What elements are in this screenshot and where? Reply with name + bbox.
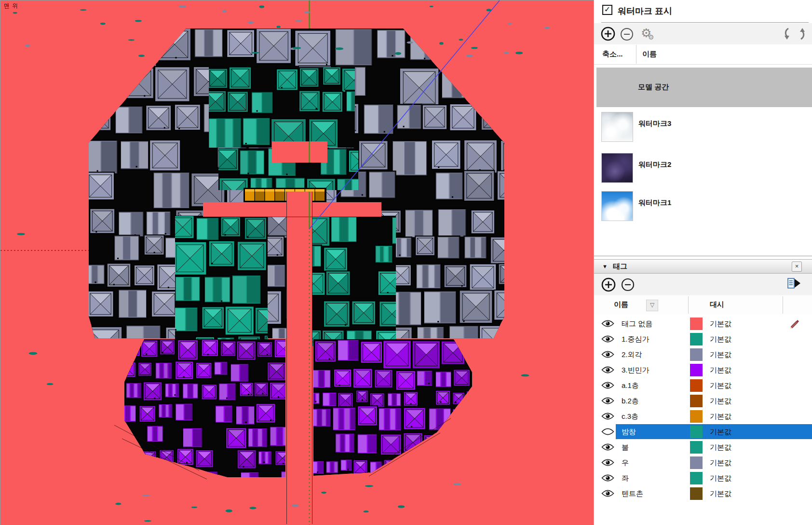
tag-row[interactable]: b.2층기본값	[594, 393, 812, 409]
watermark-col-thumbnail: 축소...	[602, 50, 623, 59]
tag-name: 태그 없음	[622, 319, 652, 329]
watermark-show-label: 워터마크 표시	[618, 5, 672, 17]
tag-name: 우	[622, 458, 629, 468]
tag-details-panel-icon[interactable]	[787, 277, 801, 290]
tag-color-swatch[interactable]	[690, 426, 703, 438]
eye-visible-icon[interactable]	[601, 350, 614, 359]
eye-visible-icon[interactable]	[601, 381, 614, 389]
eye-visible-icon[interactable]	[601, 458, 614, 467]
tag-row[interactable]: 3.빈민가기본값	[594, 362, 812, 378]
eye-visible-icon[interactable]	[601, 319, 614, 328]
watermark-name: 워터마크3	[638, 119, 671, 128]
tag-name: 불	[622, 443, 629, 452]
tag-dash-value: 기본값	[710, 443, 731, 452]
tag-name: 1.중심가	[622, 335, 650, 344]
tag-row[interactable]: 태그 없음기본값	[594, 316, 812, 332]
eye-visible-icon[interactable]	[601, 412, 614, 420]
tag-color-swatch[interactable]	[690, 364, 703, 376]
sort-direction-icon[interactable]: ▽	[646, 300, 658, 311]
tag-row[interactable]: 우기본값	[594, 455, 812, 470]
tag-color-swatch[interactable]	[690, 472, 703, 484]
eye-visible-icon[interactable]	[601, 474, 614, 482]
tag-color-swatch[interactable]	[690, 348, 703, 361]
tag-dash-value: 기본값	[710, 397, 731, 406]
tag-row[interactable]: c.3층기본값	[594, 409, 812, 424]
close-icon: ×	[795, 262, 799, 270]
tag-name: a.1층	[622, 381, 639, 390]
check-icon: ✓	[604, 5, 610, 14]
tag-dash-value: 기본값	[710, 366, 731, 375]
tag-row[interactable]: 밤창기본값	[594, 424, 812, 440]
eye-visible-icon[interactable]	[601, 397, 614, 405]
tag-name: 3.빈민가	[622, 366, 650, 375]
tag-color-swatch[interactable]	[690, 395, 703, 407]
remove-watermark-button[interactable]	[620, 27, 634, 41]
add-tag-button[interactable]	[601, 277, 616, 292]
tags-col-dashes: 대시	[710, 300, 724, 309]
tag-name: 텐트촌	[622, 489, 643, 498]
divider	[594, 64, 812, 65]
view-name-label: 맨 위	[4, 2, 18, 10]
divider	[594, 256, 812, 256]
tag-dash-value: 기본값	[710, 474, 731, 483]
tags-col-name[interactable]: 이름	[614, 300, 628, 309]
watermark-name: 워터마크1	[638, 198, 671, 207]
tag-dash-value: 기본값	[710, 319, 731, 329]
eye-visible-icon[interactable]	[601, 443, 614, 451]
tags-panel-header[interactable]: ▼ 태그 ×	[594, 259, 812, 274]
model-viewport[interactable]: 맨 위	[0, 0, 594, 525]
tags-panel-close-button[interactable]: ×	[792, 262, 802, 272]
watermark-row[interactable]: 워터마크1	[594, 189, 812, 223]
eye-visible-icon[interactable]	[601, 335, 614, 343]
tag-name: 2.외각	[622, 350, 642, 359]
remove-tag-button[interactable]	[621, 277, 635, 292]
watermark-name: 워터마크2	[638, 160, 671, 169]
tag-color-swatch[interactable]	[690, 487, 703, 500]
tag-name: 좌	[622, 474, 629, 483]
tag-row[interactable]: 텐트촌기본값	[594, 486, 812, 501]
tag-dash-value: 기본값	[710, 335, 731, 344]
tag-row[interactable]: 좌기본값	[594, 470, 812, 486]
model-canvas[interactable]	[0, 0, 594, 525]
divider	[688, 296, 689, 314]
divider	[636, 45, 636, 64]
tag-row[interactable]: a.1층기본값	[594, 378, 812, 393]
tag-dash-value: 기본값	[710, 428, 731, 437]
divider	[783, 296, 783, 314]
watermark-settings-gear-small-icon: ⚙	[648, 34, 654, 41]
eye-hidden-icon[interactable]	[601, 428, 614, 436]
watermark-model-space-row[interactable]: 모델 공간	[596, 68, 812, 107]
tag-row[interactable]: 1.중심가기본값	[594, 332, 812, 347]
tag-row[interactable]: 불기본값	[594, 440, 812, 455]
tag-color-swatch[interactable]	[690, 379, 703, 392]
watermark-show-checkbox[interactable]: ✓	[602, 5, 612, 15]
eye-visible-icon[interactable]	[601, 489, 614, 497]
tags-table-header: 이름 ▽ 대시	[594, 295, 812, 315]
move-watermark-down-icon[interactable]	[782, 28, 791, 40]
tag-color-swatch[interactable]	[690, 333, 703, 345]
move-watermark-up-icon[interactable]	[798, 28, 808, 40]
watermark-row[interactable]: 워터마크2	[594, 151, 812, 185]
tag-name: 밤창	[622, 428, 636, 437]
divider	[601, 22, 809, 23]
tag-color-swatch[interactable]	[690, 441, 703, 454]
tag-row[interactable]: 2.외각기본값	[594, 347, 812, 362]
tag-color-swatch[interactable]	[690, 456, 703, 469]
model-space-label: 모델 공간	[638, 83, 669, 92]
add-watermark-button[interactable]	[600, 26, 616, 41]
watermark-col-name: 이름	[642, 50, 657, 59]
watermark-row[interactable]: 워터마크3	[594, 110, 812, 144]
pencil-edit-icon[interactable]	[789, 318, 801, 330]
tags-panel-title: 태그	[613, 262, 627, 271]
tag-dash-value: 기본값	[710, 489, 731, 498]
collapse-triangle-icon[interactable]: ▼	[602, 263, 608, 269]
tag-color-swatch[interactable]	[690, 318, 703, 330]
tag-dash-value: 기본값	[710, 350, 731, 359]
eye-visible-icon[interactable]	[601, 366, 614, 374]
right-panel: ✓ 워터마크 표시 ⚙ ⚙ 축소... 이름 모델 공간 워터마크3워터마크2워…	[594, 0, 812, 525]
tag-name: c.3층	[622, 412, 638, 421]
tag-dash-value: 기본값	[710, 412, 731, 421]
watermark-thumbnail-galaxy-dark	[601, 153, 633, 183]
tag-dash-value: 기본값	[710, 458, 731, 468]
tag-color-swatch[interactable]	[690, 410, 703, 423]
